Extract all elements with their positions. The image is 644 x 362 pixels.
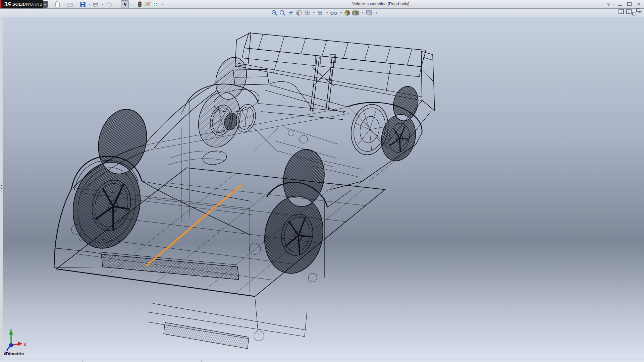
triad-y-label: Y — [9, 328, 12, 333]
view-orientation-dropdown[interactable]: ▾ — [312, 11, 316, 14]
open-folder-icon — [67, 1, 73, 7]
restore-button[interactable] — [626, 1, 633, 8]
display-style-button[interactable] — [317, 9, 324, 16]
undo-button[interactable] — [105, 0, 113, 8]
brand-name-light: WORKS — [26, 2, 42, 7]
undo-dropdown[interactable]: ▾ — [114, 3, 117, 6]
toolbar-expand-button[interactable]: ▸ — [43, 1, 48, 8]
view-settings-icon — [366, 10, 373, 16]
select-cursor-icon — [122, 1, 128, 7]
view-orientation-icon — [304, 10, 310, 16]
help-button[interactable]: ? — [605, 1, 612, 8]
save-dropdown[interactable]: ▾ — [88, 3, 91, 6]
minimize-icon — [618, 5, 622, 6]
front-left-wheel — [64, 102, 162, 255]
collapse-arrow-icon: ◂ — [1, 184, 2, 186]
chrome-row: ▾ ▾ ▾ — [0, 9, 644, 17]
document-title: Voiture assomblee [Read-only] — [352, 2, 409, 6]
view-orientation-label: *Dimetric — [4, 351, 24, 356]
standard-toolbar: ▾ ▾ ▾ — [54, 0, 164, 8]
help-dropdown[interactable]: ▾ — [612, 3, 614, 6]
section-view-icon — [296, 10, 302, 16]
ds-logo-mark: ЗS — [3, 1, 11, 7]
previous-view-icon — [287, 10, 294, 16]
display-style-dropdown[interactable]: ▾ — [325, 11, 329, 14]
triad-x-label: X — [23, 343, 26, 347]
graphics-viewport[interactable]: X Y Z *Dimetric ◂ ◂ — [3, 17, 644, 360]
eyeglasses-icon — [330, 10, 337, 16]
close-button[interactable]: ✕ — [635, 1, 642, 8]
apply-scene-icon — [352, 10, 359, 16]
edit-appearance-button[interactable] — [344, 9, 351, 16]
zoom-to-fit-icon — [271, 10, 278, 16]
collapse-arrow-icon: ◂ — [1, 187, 2, 189]
options-dropdown[interactable]: ▾ — [161, 3, 164, 6]
rear-right-wheels — [346, 83, 426, 164]
view-settings-dropdown[interactable]: ▾ — [375, 11, 378, 14]
select-dropdown[interactable]: ▾ — [130, 3, 133, 6]
view-orientation-button[interactable] — [304, 9, 311, 16]
rebuild-button[interactable] — [137, 0, 143, 8]
select-tool-button[interactable] — [121, 0, 129, 8]
front-right-wheel — [192, 52, 258, 152]
open-dropdown[interactable]: ▾ — [75, 3, 78, 6]
selected-edge-highlight[interactable] — [147, 185, 241, 266]
new-document-button[interactable] — [54, 0, 61, 8]
logo-accent — [0, 0, 1, 8]
status-bar — [0, 360, 644, 362]
display-style-icon — [317, 10, 323, 16]
headsup-view-toolbar: ▾ ▾ ▾ — [271, 9, 378, 16]
print-icon — [93, 1, 99, 7]
options-list-icon — [153, 1, 159, 7]
save-button[interactable] — [79, 0, 87, 8]
annotation-note-button[interactable] — [144, 0, 151, 8]
previous-view-button[interactable] — [287, 9, 294, 16]
hide-show-dropdown[interactable]: ▾ — [339, 11, 343, 14]
brand-name-bold: SOLID — [12, 2, 26, 7]
wireframe-car-model: X Y Z — [3, 17, 644, 360]
show-left-pane-button[interactable]: ◂ — [619, 9, 624, 14]
solidworks-window: ЗS SOLIDWORKS ▸ ▾ ▾ — [0, 0, 644, 362]
new-dropdown[interactable]: ▾ — [62, 3, 66, 6]
zoom-to-area-button[interactable] — [279, 9, 286, 16]
titlebar: ЗS SOLIDWORKS ▸ ▾ ▾ — [0, 0, 644, 9]
traffic-light-icon — [138, 1, 142, 7]
print-dropdown[interactable]: ▾ — [101, 3, 104, 6]
print-button[interactable] — [92, 0, 99, 8]
document-window-controls: ◂ ▸ ✕ — [619, 9, 642, 14]
undo-icon — [105, 1, 112, 7]
apply-scene-button[interactable] — [352, 9, 359, 16]
options-button[interactable] — [152, 0, 159, 8]
show-right-pane-button[interactable]: ▸ — [626, 9, 632, 14]
zoom-to-fit-button[interactable] — [271, 9, 278, 16]
apply-scene-dropdown[interactable]: ▾ — [361, 11, 364, 14]
restore-icon — [627, 2, 632, 6]
save-floppy-icon — [80, 1, 86, 7]
minimize-button[interactable] — [616, 1, 623, 8]
solidworks-logo: ЗS SOLIDWORKS — [0, 0, 43, 8]
zoom-to-area-icon — [279, 10, 286, 16]
front-grille-mesh — [101, 252, 249, 349]
new-document-icon — [54, 1, 60, 7]
view-settings-button[interactable] — [365, 9, 373, 16]
open-button[interactable] — [66, 0, 74, 8]
hide-show-items-button[interactable] — [330, 9, 338, 16]
annotation-note-icon — [144, 1, 151, 7]
section-view-button[interactable] — [296, 9, 303, 16]
window-controls: ? ▾ ✕ — [605, 0, 642, 8]
expand-arrow-icon: ▸ — [45, 3, 46, 6]
featuremanager-collapse-tab[interactable]: ◂ ◂ — [0, 182, 3, 191]
appearance-ball-icon — [344, 10, 351, 16]
